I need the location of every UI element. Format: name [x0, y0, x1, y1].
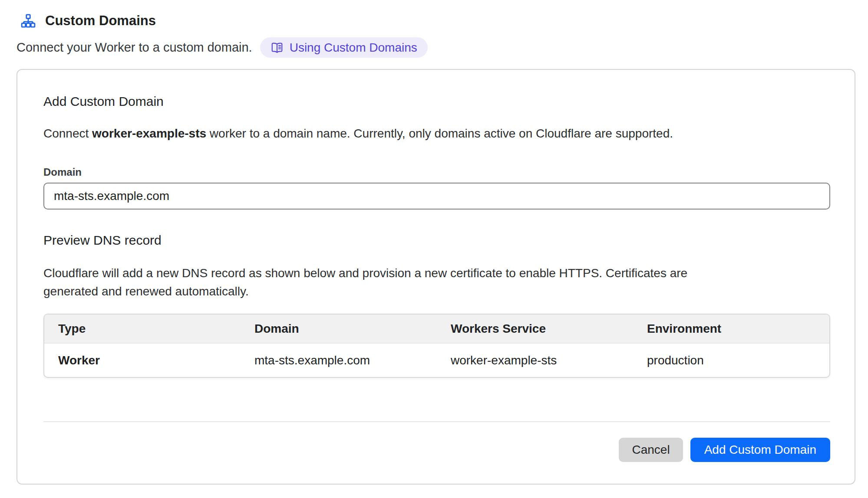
- preview-description: Cloudflare will add a new DNS record as …: [43, 264, 732, 301]
- docs-link-label: Using Custom Domains: [290, 41, 417, 55]
- intro-suffix: worker to a domain name. Currently, only…: [206, 127, 673, 140]
- cell-environment: production: [633, 343, 829, 377]
- page-header: Custom Domains Connect your Worker to a …: [17, 13, 855, 58]
- column-header-type: Type: [44, 315, 241, 343]
- page-title-row: Custom Domains: [21, 13, 855, 29]
- card-heading: Add Custom Domain: [43, 94, 830, 109]
- docs-link[interactable]: Using Custom Domains: [260, 37, 428, 58]
- custom-domains-page: Custom Domains Connect your Worker to a …: [0, 0, 868, 485]
- cancel-button[interactable]: Cancel: [619, 438, 683, 462]
- table-row: Worker mta-sts.example.com worker-exampl…: [44, 343, 829, 377]
- domain-label: Domain: [43, 166, 830, 178]
- intro-prefix: Connect: [43, 127, 92, 140]
- card-intro: Connect worker-example-sts worker to a d…: [43, 126, 830, 141]
- add-custom-domain-card: Add Custom Domain Connect worker-example…: [17, 69, 855, 485]
- book-icon: [271, 41, 284, 54]
- dns-preview-table: Type Domain Workers Service Environment …: [43, 314, 830, 378]
- column-header-workers-service: Workers Service: [437, 315, 633, 343]
- page-subtitle: Connect your Worker to a custom domain.: [17, 40, 252, 55]
- add-custom-domain-button[interactable]: Add Custom Domain: [690, 438, 830, 462]
- page-title: Custom Domains: [45, 13, 156, 29]
- worker-name: worker-example-sts: [92, 127, 206, 140]
- cell-workers-service: worker-example-sts: [437, 343, 633, 377]
- cell-type: Worker: [44, 343, 241, 377]
- page-subtitle-row: Connect your Worker to a custom domain. …: [17, 37, 855, 58]
- column-header-environment: Environment: [633, 315, 829, 343]
- table-header-row: Type Domain Workers Service Environment: [44, 315, 829, 343]
- column-header-domain: Domain: [241, 315, 437, 343]
- domain-input[interactable]: [43, 183, 830, 210]
- cell-domain: mta-sts.example.com: [241, 343, 437, 377]
- card-footer: Cancel Add Custom Domain: [43, 422, 830, 462]
- sitemap-icon: [21, 13, 36, 28]
- preview-dns-heading: Preview DNS record: [43, 233, 830, 248]
